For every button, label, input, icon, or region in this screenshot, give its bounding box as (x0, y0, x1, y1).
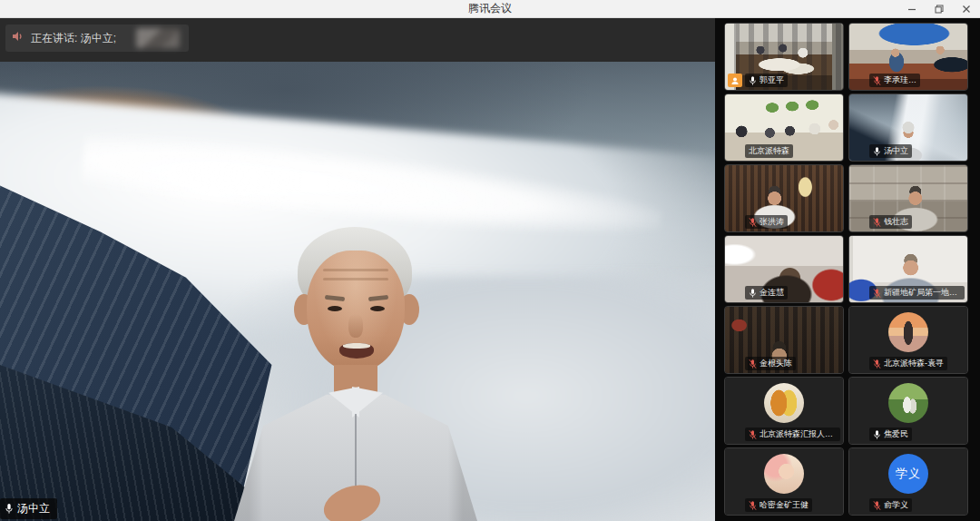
speaker-mouth (339, 343, 374, 359)
speaker-eye (328, 306, 342, 311)
mic-muted-icon (873, 217, 881, 228)
window-title: 腾讯会议 (468, 1, 512, 16)
participant-name-bar: 金连慧 (745, 286, 788, 300)
mic-muted-icon (873, 75, 881, 86)
participant-name: 北京派特森-袁寻 (884, 358, 944, 369)
wrinkle (323, 278, 388, 280)
mic-muted-icon (749, 500, 757, 511)
participant-name-bar: 李承珪… (869, 74, 920, 87)
participant-grid: 郭亚平 李承珪… (724, 23, 969, 516)
watermark-blur (136, 28, 180, 48)
mic-muted-icon (873, 359, 881, 369)
participant-name: 张洪涛 (760, 216, 784, 228)
speaker-eye (370, 306, 385, 311)
participant-avatar (888, 383, 928, 423)
participant-avatar: 学义 (888, 454, 928, 494)
participant-name: 李承珪… (884, 74, 916, 86)
mic-on-icon (873, 429, 881, 440)
participant-tile[interactable]: 北京派特森 (724, 93, 844, 162)
participant-name-bar: 钱壮志 (869, 215, 912, 229)
participant-name-bar: 北京派特森 (745, 144, 793, 158)
participant-name-bar: 俞学义 (869, 498, 912, 512)
participants-sidebar: 郭亚平 李承珪… (715, 18, 980, 521)
participant-name-bar: 张洪涛 (745, 215, 788, 229)
mic-on-icon (5, 503, 14, 515)
speaking-bar: 正在讲话: 汤中立; (0, 18, 715, 62)
participant-name-bar: 北京派特森-袁寻 (869, 357, 947, 370)
participant-name: 汤中立 (884, 145, 908, 157)
participant-avatar (764, 383, 804, 423)
participant-avatar (888, 312, 928, 352)
participant-name-bar: 郭亚平 (745, 74, 788, 87)
participant-name-bar: 金根头陈 (745, 357, 796, 370)
maximize-icon[interactable] (926, 0, 953, 18)
participant-tile[interactable]: 新疆地矿局第一地质大队高俊宝 (848, 235, 968, 303)
mic-on-icon (749, 75, 757, 86)
participant-name: 郭亚平 (760, 74, 784, 86)
participant-avatar (764, 454, 804, 494)
mic-on-icon (873, 146, 881, 157)
mic-muted-icon (749, 429, 757, 440)
participant-name: 北京派特森 (749, 145, 789, 157)
participant-name: 北京派特森汇报人石魏越 (760, 428, 837, 440)
participant-name-bar: 焦爱民 (869, 428, 912, 441)
mic-muted-icon (749, 359, 757, 369)
participant-name: 俞学义 (884, 499, 908, 511)
participant-name-bar: 汤中立 (869, 144, 912, 158)
participant-name: 焦爱民 (884, 428, 908, 440)
tencent-meeting-window: 腾讯会议 正在讲话: 汤中立; (0, 0, 980, 521)
speaker-nose (348, 314, 363, 338)
participant-tile[interactable]: 张洪涛 (724, 164, 844, 232)
participant-name: 金连慧 (760, 287, 784, 299)
participant-name-bar: 新疆地矿局第一地质大队高俊宝 (869, 286, 965, 300)
speaking-indicator: 正在讲话: 汤中立; (5, 25, 189, 52)
mic-on-icon (749, 288, 757, 299)
mic-muted-icon (873, 288, 881, 299)
participant-tile[interactable]: 金连慧 (724, 235, 844, 303)
participant-tile[interactable]: 北京派特森-袁寻 (848, 306, 968, 374)
member-icon (728, 74, 742, 87)
participant-tile[interactable]: 郭亚平 (724, 23, 844, 91)
participant-tile[interactable]: 钱壮志 (848, 164, 968, 232)
participant-name: 哈密金矿王健 (760, 499, 808, 511)
mic-muted-icon (873, 500, 881, 511)
participant-tile[interactable]: 李承珪… (848, 23, 968, 91)
mic-muted-icon (749, 217, 757, 228)
participant-tile[interactable]: 焦爱民 (848, 377, 968, 445)
speaker-person (247, 227, 465, 521)
minimize-icon[interactable] (898, 0, 926, 18)
titlebar: 腾讯会议 (0, 0, 980, 18)
participant-tile[interactable]: 学义 俞学义 (848, 447, 968, 516)
participant-name-bar: 哈密金矿王健 (745, 498, 812, 512)
speaking-label: 正在讲话: 汤中立; (31, 31, 116, 46)
close-icon[interactable] (953, 0, 980, 18)
participant-tile[interactable]: 金根头陈 (724, 306, 844, 374)
window-controls (898, 0, 980, 18)
participant-tile[interactable]: 哈密金矿王健 (724, 447, 844, 516)
participant-tile[interactable]: 北京派特森汇报人石魏越 (724, 377, 844, 445)
participant-name-bar: 北京派特森汇报人石魏越 (745, 428, 840, 441)
wrinkle (323, 269, 388, 271)
speaker-icon (11, 30, 24, 46)
participant-tile[interactable]: 汤中立 (848, 93, 968, 162)
participant-name: 新疆地矿局第一地质大队高俊宝 (884, 287, 961, 299)
main-video[interactable]: 汤中立 (0, 62, 715, 521)
participant-name: 钱壮志 (884, 216, 908, 228)
participant-name: 金根头陈 (760, 358, 792, 369)
main-video-name: 汤中立 (17, 501, 50, 516)
main-video-name-tag: 汤中立 (0, 498, 57, 519)
